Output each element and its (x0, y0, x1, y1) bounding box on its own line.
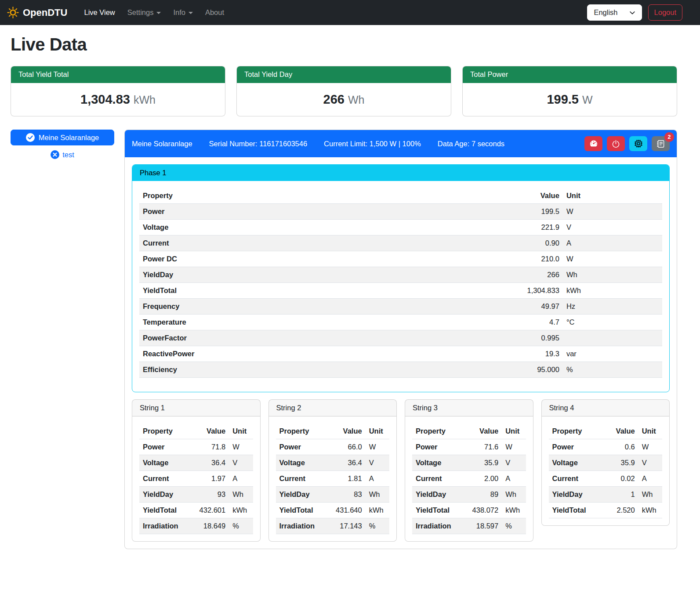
language-selected-value: English (594, 8, 617, 17)
property-cell: YieldTotal (412, 503, 464, 518)
string-table: Property Value Unit Power71.6WVoltage35.… (412, 423, 526, 534)
table-row: Power DC210.0W (139, 251, 662, 267)
inverter-card-header: Meine Solaranlage Serial Number: 1161716… (125, 130, 677, 157)
column-header: Unit (638, 423, 662, 439)
value-cell: 66.0 (328, 439, 365, 455)
limit-gauge-icon (589, 139, 598, 148)
value-cell: 35.9 (601, 455, 638, 471)
card-title: Total Yield Total (11, 66, 225, 83)
value-cell: 210.0 (490, 251, 563, 267)
unit-cell: V (366, 455, 389, 471)
table-header-row: Property Value Unit (139, 188, 662, 204)
value-cell: 36.4 (192, 455, 229, 471)
inverter-current-limit: Current Limit: 1,500 W | 100% (324, 140, 421, 148)
string-table: Property Value Unit Power66.0WVoltage36.… (276, 423, 390, 534)
column-header: Value (490, 188, 563, 204)
event-log-icon (656, 140, 665, 148)
unit-cell: % (229, 518, 253, 534)
table-row: Voltage35.9V (412, 455, 526, 471)
table-row: YieldDay89Wh (412, 487, 526, 503)
inverter-data-age: Data Age: 7 seconds (438, 140, 504, 148)
column-header: Property (412, 423, 464, 439)
card-unit: W (582, 94, 593, 106)
nav-links: Live View Settings Info About (79, 5, 229, 20)
unit-cell: Wh (563, 267, 662, 283)
nav-item-info[interactable]: Info (168, 5, 198, 20)
column-header: Property (549, 423, 601, 439)
inverter-serial: Serial Number: 116171603546 (209, 140, 308, 148)
chevron-down-icon (189, 12, 193, 14)
table-row: YieldDay83Wh (276, 487, 390, 503)
unit-cell: kWh (229, 503, 253, 518)
nav-item-settings[interactable]: Settings (122, 5, 167, 20)
unit-cell: V (563, 220, 662, 235)
value-cell: 35.9 (464, 455, 502, 471)
column-header: Property (139, 188, 490, 204)
value-cell: 36.4 (328, 455, 365, 471)
property-cell: YieldTotal (139, 503, 192, 518)
logout-button[interactable]: Logout (648, 4, 682, 21)
brand[interactable]: OpenDTU (7, 7, 67, 18)
value-cell: 221.9 (490, 220, 563, 235)
property-cell: YieldDay (139, 487, 192, 503)
unit-cell: A (229, 471, 253, 487)
device-info-button[interactable] (629, 136, 647, 151)
nav-item-about[interactable]: About (200, 5, 229, 20)
language-select[interactable]: English (587, 4, 642, 21)
value-cell: 0.90 (490, 235, 563, 251)
phase-title: Phase 1 (132, 165, 669, 181)
table-row: PowerFactor0.995 (139, 330, 662, 346)
event-count-badge: 2 (664, 132, 674, 142)
table-row: Voltage36.4V (276, 455, 390, 471)
value-cell: 1 (601, 487, 638, 503)
string-title: String 1 (132, 400, 260, 416)
property-cell: YieldDay (549, 487, 601, 503)
unit-cell: V (502, 455, 526, 471)
x-circle-icon (51, 150, 59, 159)
unit-cell: A (366, 471, 389, 487)
value-cell: 95.000 (490, 362, 563, 378)
strings-row: String 1 Property Value Unit (132, 399, 670, 542)
unit-cell: W (229, 439, 253, 455)
power-icon (612, 140, 620, 148)
table-row: Power0.6W (549, 439, 663, 455)
nav-item-label: Settings (127, 8, 154, 17)
value-cell: 93 (192, 487, 229, 503)
property-cell: ReactivePower (139, 346, 490, 362)
check-circle-icon (26, 133, 35, 142)
inverter-item-test[interactable]: test (11, 150, 114, 159)
property-cell: Frequency (139, 299, 490, 315)
table-row: Power66.0W (276, 439, 390, 455)
table-row: Current1.97A (139, 471, 253, 487)
property-cell: Power (276, 439, 328, 455)
value-cell: 266 (490, 267, 563, 283)
column-header: Value (601, 423, 638, 439)
table-header-row: Property Value Unit (139, 423, 253, 439)
property-cell: Irradiation (139, 518, 192, 534)
unit-cell: W (638, 439, 662, 455)
property-cell: Temperature (139, 315, 490, 330)
table-row: YieldDay266Wh (139, 267, 662, 283)
property-cell: Voltage (139, 220, 490, 235)
unit-cell: W (563, 251, 662, 267)
inverter-selected-button[interactable]: Meine Solaranlage (11, 130, 114, 145)
event-log-button[interactable]: 2 (652, 136, 670, 151)
property-cell: Current (276, 471, 328, 487)
nav-item-live-view[interactable]: Live View (79, 5, 120, 20)
value-cell: 432.601 (192, 503, 229, 518)
table-header-row: Property Value Unit (412, 423, 526, 439)
unit-cell: kWh (502, 503, 526, 518)
power-button[interactable] (607, 136, 625, 151)
limit-settings-button[interactable] (584, 136, 602, 151)
value-cell: 89 (464, 487, 502, 503)
table-row: Current0.02A (549, 471, 663, 487)
chevron-down-icon (629, 10, 635, 16)
inverter-selector-sidebar: Meine Solaranlage test (11, 130, 114, 159)
card-value: 266 (323, 92, 345, 106)
card-value: 199.5 (547, 92, 579, 106)
value-cell: 1.97 (192, 471, 229, 487)
inverter-name: Meine Solaranlage (132, 140, 192, 148)
property-cell: Power DC (139, 251, 490, 267)
cpu-icon (634, 139, 643, 148)
brand-label: OpenDTU (23, 7, 67, 18)
